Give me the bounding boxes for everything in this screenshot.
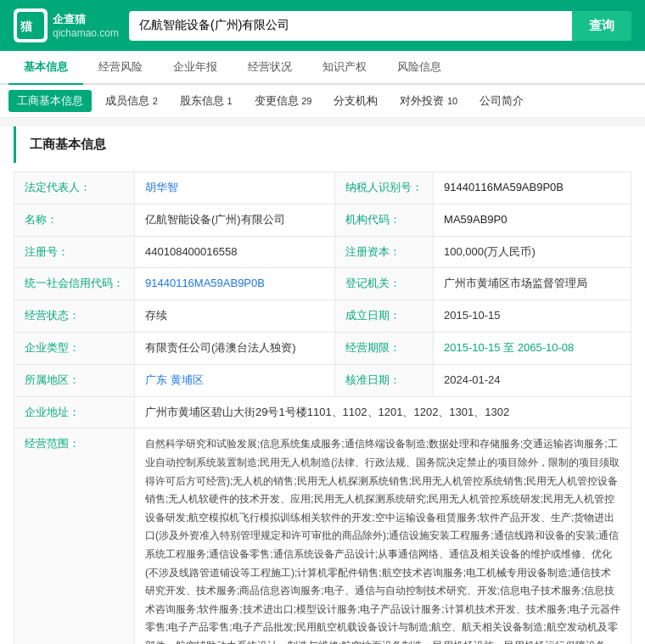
logo-area: 猫 企查猫 qichamao.com: [14, 8, 119, 42]
value-ent-type: 有限责任公司(港澳台法人独资): [135, 332, 335, 364]
info-table: 法定代表人： 胡华智 纳税人识别号： 91440116MA59AB9P0B 名称…: [14, 171, 631, 644]
logo-brand: 企查猫: [53, 12, 119, 27]
label-ent-type: 企业类型：: [14, 332, 135, 364]
value-legal-rep[interactable]: 胡华智: [135, 172, 335, 204]
table-row: 注册号： 440108400016558 注册资本： 100,000(万人民币): [14, 236, 631, 268]
value-uscc[interactable]: 91440116MA59AB9P0B: [135, 268, 335, 300]
nav-tab-ip[interactable]: 知识产权: [307, 51, 382, 85]
sub-nav-investments[interactable]: 对外投资 10: [391, 90, 466, 112]
search-input[interactable]: [129, 11, 572, 41]
info-table-wrap: 法定代表人： 胡华智 纳税人识别号： 91440116MA59AB9P0B 名称…: [0, 163, 645, 644]
search-bar: 查询: [129, 11, 631, 41]
sub-nav-shareholders[interactable]: 股东信息 1: [171, 90, 241, 112]
label-biz-period: 经营期限：: [335, 332, 434, 364]
table-row: 企业类型： 有限责任公司(港澳台法人独资) 经营期限： 2015-10-15 至…: [14, 332, 631, 364]
value-name: 亿航智能设备(广州)有限公司: [135, 204, 335, 236]
label-found-date: 成立日期：: [335, 300, 434, 333]
logo-sub: qichamao.com: [53, 27, 119, 39]
value-tax-id: 91440116MA59AB9P0B: [434, 172, 631, 204]
sub-nav-branches[interactable]: 分支机构: [325, 90, 386, 112]
value-biz-period: 2015-10-15 至 2065-10-08: [434, 332, 631, 364]
value-reg-capital: 100,000(万人民币): [434, 236, 631, 268]
sub-nav-intro[interactable]: 公司简介: [471, 90, 532, 112]
nav-tab-annual[interactable]: 企业年报: [158, 51, 233, 85]
main-content: 工商基本信息 法定代表人： 胡华智 纳税人识别号： 91440116MA59AB…: [0, 126, 645, 644]
label-reg-capital: 注册资本：: [335, 236, 434, 268]
label-tax-id: 纳税人识别号：: [335, 172, 434, 204]
label-scope: 经营范围：: [14, 428, 135, 644]
value-status: 存续: [135, 300, 335, 333]
label-status: 经营状态：: [14, 300, 135, 333]
value-org-code: MA59AB9P0: [434, 204, 631, 236]
value-reg-no: 440108400016558: [135, 236, 335, 268]
table-row: 名称： 亿航智能设备(广州)有限公司 机构代码： MA59AB9P0: [14, 204, 631, 236]
sub-nav-changes[interactable]: 变更信息 29: [246, 90, 321, 112]
value-found-date: 2015-10-15: [434, 300, 631, 333]
label-reg-no: 注册号：: [14, 236, 135, 268]
table-row: 经营状态： 存续 成立日期： 2015-10-15: [14, 300, 631, 333]
value-region[interactable]: 广东 黄埔区: [135, 364, 335, 396]
label-org-code: 机构代码：: [335, 204, 434, 236]
search-button[interactable]: 查询: [572, 11, 631, 41]
label-reg-authority: 登记机关：: [335, 268, 434, 300]
nav-tab-operation[interactable]: 经营状况: [233, 51, 307, 85]
logo-icon: 猫: [14, 8, 48, 42]
label-name: 名称：: [14, 204, 135, 236]
nav-tab-basic[interactable]: 基本信息: [8, 51, 83, 85]
value-approve-date: 2024-01-24: [434, 364, 631, 396]
table-row: 所属地区： 广东 黄埔区 核准日期： 2024-01-24: [14, 364, 631, 396]
table-row-scope: 经营范围： 自然科学研究和试验发展;信息系统集成服务;通信终端设备制造;数据处理…: [14, 428, 631, 644]
label-approve-date: 核准日期：: [335, 364, 434, 396]
sub-nav-members[interactable]: 成员信息 2: [97, 90, 166, 112]
table-row: 企业地址： 广州市黄埔区碧山大街29号1号楼1101、1102、1201、120…: [14, 396, 631, 428]
table-row: 法定代表人： 胡华智 纳税人识别号： 91440116MA59AB9P0B: [14, 172, 631, 204]
svg-text:猫: 猫: [20, 20, 33, 33]
label-legal-rep: 法定代表人：: [14, 172, 135, 204]
nav-tab-riskinfo[interactable]: 风险信息: [382, 51, 457, 85]
header: 猫 企查猫 qichamao.com 查询: [0, 0, 645, 51]
table-row: 统一社会信用代码： 91440116MA59AB9P0B 登记机关： 广州市黄埔…: [14, 268, 631, 300]
label-address: 企业地址：: [14, 396, 135, 428]
sub-nav-basic[interactable]: 工商基本信息: [8, 90, 92, 112]
nav-tabs: 基本信息 经营风险 企业年报 经营状况 知识产权 风险信息: [0, 51, 645, 85]
sub-nav: 工商基本信息 成员信息 2 股东信息 1 变更信息 29 分支机构 对外投资 1…: [0, 85, 645, 118]
value-reg-authority: 广州市黄埔区市场监督管理局: [434, 268, 631, 300]
label-region: 所属地区：: [14, 364, 135, 396]
value-scope: 自然科学研究和试验发展;信息系统集成服务;通信终端设备制造;数据处理和存储服务;…: [135, 428, 631, 644]
value-address: 广州市黄埔区碧山大街29号1号楼1101、1102、1201、1202、1301…: [135, 396, 631, 428]
label-uscc: 统一社会信用代码：: [14, 268, 135, 300]
section-title: 工商基本信息: [14, 126, 631, 163]
nav-tab-risk[interactable]: 经营风险: [83, 51, 158, 85]
